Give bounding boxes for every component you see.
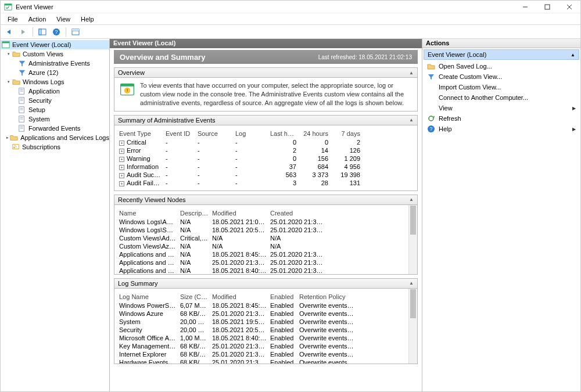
tree-label: Azure (12) [28,69,58,76]
expand-icon[interactable]: + [119,141,124,146]
minimize-button[interactable] [514,1,536,13]
recent-row[interactable]: Windows Logs\SecurityN/A18.05.2021 20:55… [119,226,403,234]
tree-setup[interactable]: Setup [1,105,109,114]
summary-row[interactable]: +Information---376844 956 [119,163,413,171]
action-item[interactable]: Connect to Another Computer... [425,92,578,103]
action-item[interactable]: Open Saved Log... [425,61,578,71]
log-row[interactable]: Microsoft Office Alerts1,00 MB/1...18.05… [119,334,403,342]
log-row[interactable]: Key Management Service68 KB/20 ...25.01.… [119,342,403,350]
properties-button[interactable] [69,26,82,38]
expand-icon[interactable]: + [119,173,124,178]
close-button[interactable] [558,1,580,13]
collapse-icon[interactable]: ▾ [5,51,12,57]
blank-icon [427,93,435,102]
column-header[interactable]: Retention Policy [299,293,357,300]
column-header[interactable]: Modified [212,293,270,300]
column-header[interactable]: Event ID [166,130,198,137]
menu-help[interactable]: Help [76,15,99,24]
log-row[interactable]: Windows Azure68 KB/1,00...25.01.2020 21:… [119,310,403,318]
collapse-icon: ▲ [409,70,414,75]
expand-icon[interactable]: + [119,165,124,170]
summary-row[interactable]: +Error---214126 [119,146,413,154]
action-item[interactable]: Create Custom View... [425,71,578,82]
expand-icon[interactable]: + [119,181,124,186]
action-item[interactable]: Import Custom View... [425,82,578,92]
tree-azure[interactable]: Azure (12) [1,68,109,77]
tree-pane[interactable]: Event Viewer (Local) ▾ Custom Views Admi… [1,39,110,391]
recent-row[interactable]: Windows Logs\ApplicationN/A18.05.2021 21… [119,218,403,226]
forward-button[interactable] [17,26,30,38]
column-header[interactable]: Size (Curre... [180,293,212,300]
summary-row[interactable]: +Audit Failure---328131 [119,179,413,187]
column-header[interactable]: Event Type [119,130,166,137]
tree-forwarded[interactable]: Forwarded Events [1,124,109,133]
tree-security[interactable]: Security [1,96,109,105]
column-header[interactable]: Log Name [119,293,180,300]
maximize-button[interactable] [536,1,558,13]
action-label: Refresh [439,115,461,122]
tree-subscriptions[interactable]: Subscriptions [1,142,109,152]
overview-title: Overview and Summary [120,53,205,62]
recent-row[interactable]: Custom Views\Azure (12)N/AN/AN/A [119,242,403,250]
recent-row[interactable]: Applications and Services ...N/A25.01.20… [119,258,403,267]
log-row[interactable]: Windows PowerShell6,07 MB/1...18.05.2021… [119,301,403,310]
action-item[interactable]: ?Help▶ [425,124,578,134]
column-header[interactable]: Modified [212,210,270,217]
actions-selected-header[interactable]: Event Viewer (Local) ▲ [424,49,579,60]
column-header[interactable]: Name [119,210,180,217]
column-header[interactable]: 24 hours [302,130,334,137]
summary-row[interactable]: +Audit Success---5633 37319 398 [119,171,413,179]
tree-custom-views[interactable]: ▾ Custom Views [1,49,109,59]
log-row[interactable]: Security20,00 MB/...18.05.2021 20:55:27E… [119,326,403,334]
action-item[interactable]: View▶ [425,103,578,113]
menubar: File Action View Help [1,13,580,25]
tree-root[interactable]: Event Viewer (Local) [1,40,109,49]
recent-row[interactable]: Applications and Services ...N/A18.05.20… [119,267,403,275]
action-label: Import Custom View... [439,84,501,91]
action-item[interactable]: Refresh [425,113,578,124]
expand-icon[interactable]: ▸ [5,135,9,141]
back-button[interactable] [3,26,16,38]
menu-file[interactable]: File [3,15,23,24]
expand-icon[interactable]: + [119,149,124,154]
info-icon: ! [119,81,135,98]
column-header[interactable]: 7 days [334,130,366,137]
summary-row[interactable]: +Critical---002 [119,138,413,146]
column-header[interactable]: Source [198,130,235,137]
tree-application[interactable]: Application [1,87,109,96]
tree-admin-events[interactable]: Administrative Events [1,59,109,68]
section-recently-head[interactable]: Recently Viewed Nodes ▲ [114,195,418,205]
tree-apps-logs[interactable]: ▸ Applications and Services Logs [1,133,109,142]
scrollbar[interactable] [408,289,417,364]
summary-row[interactable]: +Warning---01561 209 [119,154,413,163]
last-refresh: Last refreshed: 18.05.2021 21:02:13 [318,54,412,60]
section-log-head[interactable]: Log Summary ▲ [114,278,418,289]
recent-row[interactable]: Custom Views\Administra...Critical, Err.… [119,234,403,242]
info-text: To view events that have occurred on you… [140,81,413,107]
section-summary-head[interactable]: Summary of Administrative Events ▲ [114,115,418,125]
help-button[interactable]: ? [50,26,63,38]
tree-windows-logs[interactable]: ▾ Windows Logs [1,77,109,87]
show-tree-button[interactable] [36,26,49,38]
column-header[interactable]: Enabled [270,293,299,300]
column-header[interactable]: Description [180,210,212,217]
svg-rect-3 [545,5,550,9]
center-header: Event Viewer (Local) [110,39,422,48]
collapse-icon[interactable]: ▾ [5,79,12,85]
log-row[interactable]: Internet Explorer68 KB/1,00...25.01.2020… [119,350,403,358]
log-row[interactable]: System20,00 MB/...18.05.2021 19:59:57Ena… [119,318,403,326]
recent-row[interactable]: Applications and Services ...N/A18.05.20… [119,250,403,258]
column-header[interactable]: Last hour [270,130,302,137]
column-header[interactable]: Created [270,210,328,217]
menu-action[interactable]: Action [24,15,51,24]
expand-icon[interactable]: + [119,157,124,162]
tree-system[interactable]: System [1,114,109,124]
menu-view[interactable]: View [52,15,75,24]
titlebar: Event Viewer [1,1,580,13]
column-header[interactable]: Log [235,130,270,137]
section-label: Summary of Administrative Events [118,117,216,124]
scrollbar[interactable] [408,205,417,274]
log-row[interactable]: Hardware Events68 KB/20 ...25.01.2020 21… [119,358,403,364]
section-overview-head[interactable]: Overview ▲ [114,67,418,78]
tree-label: Application [28,88,60,95]
